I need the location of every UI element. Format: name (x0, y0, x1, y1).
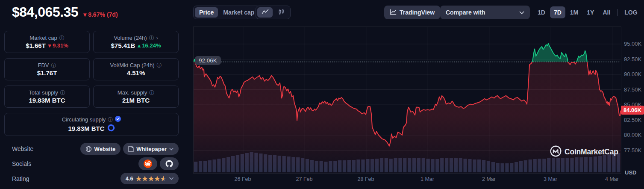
rating-score: 4.6 (126, 175, 133, 182)
range-7d-button[interactable]: 7D (550, 6, 565, 18)
document-icon (128, 146, 134, 152)
globe-icon (85, 146, 92, 152)
x-axis-tick: 28 Feb (351, 176, 381, 182)
reddit-button[interactable] (138, 157, 157, 170)
x-axis-tick: 2 Mar (474, 176, 504, 182)
x-axis-tick: 27 Feb (289, 176, 319, 182)
whitepaper-button-label: Whitepaper (136, 146, 167, 152)
coinmarketcap-watermark: CoinMarketCap (550, 145, 618, 159)
website-row: Website Website Whitepaper (12, 143, 179, 155)
candlestick-chart-type-button[interactable] (273, 7, 289, 18)
x-axis-tick: 3 Mar (535, 176, 565, 182)
chevron-down-icon (169, 177, 173, 180)
chevron-right-icon[interactable]: › (156, 35, 158, 41)
stat-value: $1.66T (26, 42, 46, 49)
stats-grid: Market capⓘ $1.66T▾ 9.31% Volume (24h)ⓘ›… (4, 31, 179, 136)
stat-tile-fdv: FDVⓘ $1.76T (4, 58, 90, 80)
log-scale-button[interactable]: LOG (620, 6, 641, 18)
price-change-period: (7d) (107, 11, 118, 18)
rating-button[interactable]: 4.6 ★★★★★★★★★★ (121, 173, 179, 184)
github-icon (165, 159, 174, 168)
stat-tile-max-supply: Max. supplyⓘ 21M BTC (93, 86, 179, 108)
y-axis-tick: 95.00K (624, 41, 641, 47)
range-all-button[interactable]: All (599, 6, 614, 18)
github-button[interactable] (160, 157, 179, 170)
chart-type-toggle (256, 6, 291, 19)
chevron-down-icon (169, 148, 173, 151)
stat-change: 9.31% (53, 42, 68, 49)
stat-change: 16.24% (142, 42, 161, 49)
y-axis-tick: 92.50K (624, 56, 641, 62)
stat-value: 19.83M BTC (68, 125, 104, 132)
open-price-tooltip: 92.06K (195, 56, 221, 65)
last-price-badge: 84.06K (621, 106, 644, 115)
metric-tabs: Price Market cap (193, 6, 260, 19)
range-1y-button[interactable]: 1Y (583, 6, 598, 18)
x-axis-tick: 1 Mar (412, 176, 442, 182)
tab-price-label: Price (199, 9, 214, 16)
socials-row: Socials (12, 157, 179, 170)
separator (617, 9, 618, 16)
y-axis-tick: 77.50K (624, 147, 641, 154)
supply-progress-ring-icon (107, 124, 115, 133)
info-icon[interactable]: ⓘ (157, 63, 162, 68)
website-button-label: Website (94, 146, 116, 152)
info-icon[interactable]: ⓘ (60, 90, 65, 95)
stat-label: Total supply (29, 89, 58, 96)
info-icon[interactable]: ⓘ (149, 35, 154, 41)
info-icon[interactable]: ⓘ (59, 35, 65, 41)
y-axis-tick: 87.50K (624, 86, 641, 93)
verified-badge-icon (115, 116, 121, 123)
x-axis-tick: 4 Mar (597, 176, 627, 182)
stat-value: 21M BTC (122, 97, 150, 104)
stat-value: $1.76T (37, 69, 57, 77)
whitepaper-button[interactable]: Whitepaper (123, 143, 179, 155)
compare-with-dropdown[interactable]: Compare with (440, 6, 530, 19)
reddit-icon (143, 159, 153, 168)
y-axis-tick: 90.00K (624, 71, 641, 77)
price-change: ▾ 8.67% (7d) (83, 11, 118, 18)
stat-tile-market-cap: Market capⓘ $1.66T▾ 9.31% (4, 31, 90, 53)
stat-tile-vol-mkt-cap: Vol/Mkt Cap (24h)ⓘ 4.51% (93, 58, 179, 80)
coinmarketcap-logo-icon (550, 145, 562, 159)
tradingview-icon (390, 9, 397, 16)
coin-detail-page: $84,065.35 ▾ 8.67% (7d) Market capⓘ $1.6… (0, 0, 644, 189)
candlestick-icon (278, 9, 285, 17)
y-axis-tick: 80.00K (624, 132, 641, 138)
watermark-text: CoinMarketCap (565, 148, 618, 157)
info-icon[interactable]: ⓘ (149, 90, 154, 95)
stat-label: Max. supply (118, 89, 147, 96)
coin-price: $84,065.35 (12, 4, 78, 20)
tab-market-cap[interactable]: Market cap (219, 7, 259, 18)
line-chart-type-button[interactable] (257, 7, 273, 18)
socials-row-label: Socials (12, 160, 31, 167)
rating-row-label: Rating (12, 175, 29, 182)
x-axis-tick: 26 Feb (228, 176, 258, 182)
chevron-down-icon (519, 9, 524, 16)
stat-label: FDV (38, 62, 49, 68)
down-arrow-icon: ▾ (83, 11, 86, 18)
star-rating: ★★★★★★★★★★ (136, 175, 167, 182)
up-arrow-icon: ▴ (138, 42, 141, 49)
price-header: $84,065.35 ▾ 8.67% (7d) (12, 4, 118, 20)
coin-stats-panel: $84,065.35 ▾ 8.67% (7d) Market capⓘ $1.6… (0, 0, 187, 189)
info-icon[interactable]: ⓘ (108, 117, 113, 122)
rating-row: Rating 4.6 ★★★★★★★★★★ (12, 173, 179, 184)
y-axis-tick: 82.50K (624, 117, 641, 123)
y-axis-unit: USD (625, 169, 636, 176)
website-row-label: Website (12, 145, 33, 152)
range-1d-button[interactable]: 1D (534, 6, 549, 18)
compare-with-label: Compare with (446, 9, 485, 16)
tradingview-button[interactable]: TradingView (384, 6, 440, 19)
stat-tile-circulating-supply: Circulating supply ⓘ 19.83M BTC (4, 113, 179, 136)
info-icon[interactable]: ⓘ (51, 63, 56, 68)
stat-label: Vol/Mkt Cap (24h) (110, 62, 154, 68)
range-1m-button[interactable]: 1M (566, 6, 582, 18)
down-arrow-icon: ▾ (48, 42, 51, 49)
stat-value: 4.51% (127, 69, 145, 77)
website-button[interactable]: Website (80, 143, 121, 155)
timeframe-bar: 1D 7D 1M 1Y All LOG ••• (534, 6, 644, 19)
tab-price[interactable]: Price (195, 7, 218, 18)
stat-tile-total-supply: Total supplyⓘ 19.83M BTC (4, 86, 90, 108)
price-change-pct: 8.67% (88, 11, 105, 18)
